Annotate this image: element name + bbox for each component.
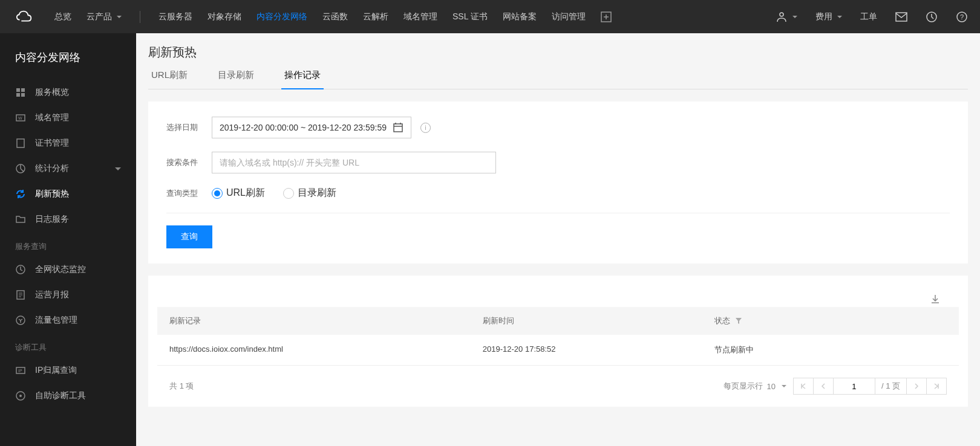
download-bar bbox=[157, 285, 959, 307]
nav-label: 总览 bbox=[54, 11, 71, 22]
cloud-logo-icon bbox=[15, 8, 33, 26]
folder-icon bbox=[15, 214, 26, 225]
radio-icon bbox=[283, 188, 294, 199]
pager-next[interactable] bbox=[906, 378, 927, 395]
results-panel: 刷新记录 刷新时间 状态 https://docs.ioiox.com/inde… bbox=[148, 276, 968, 407]
radio-label: URL刷新 bbox=[226, 187, 265, 199]
form-row-type: 查询类型 URL刷新 目录刷新 bbox=[166, 187, 950, 199]
sidebar-item-report[interactable]: 运营月报 bbox=[0, 282, 136, 308]
svg-rect-6 bbox=[16, 88, 20, 92]
nav-dns[interactable]: 云解析 bbox=[363, 11, 388, 23]
svg-rect-9 bbox=[21, 93, 25, 97]
sidebar-section-diag: 诊断工具 bbox=[0, 333, 136, 358]
tab-url-refresh[interactable]: URL刷新 bbox=[148, 69, 191, 89]
calendar-icon bbox=[393, 122, 403, 133]
sidebar-item-label: 域名管理 bbox=[35, 112, 69, 123]
sidebar-item-label: 运营月报 bbox=[35, 289, 69, 300]
nav-label: 云函数 bbox=[322, 11, 348, 22]
nav-cvm[interactable]: 云服务器 bbox=[158, 11, 192, 23]
date-value: 2019-12-20 00:00:00 ~ 2019-12-20 23:59:5… bbox=[220, 123, 387, 132]
user-menu[interactable] bbox=[776, 11, 797, 23]
caret-down-icon bbox=[782, 385, 786, 387]
td-status: 节点刷新中 bbox=[714, 344, 947, 355]
sidebar-item-self[interactable]: 自助诊断工具 bbox=[0, 383, 136, 409]
ip-icon: IP bbox=[15, 365, 26, 376]
sidebar-item-ip[interactable]: IP IP归属查询 bbox=[0, 358, 136, 383]
nav-label: 域名管理 bbox=[403, 11, 437, 22]
page-size-value: 10 bbox=[766, 382, 775, 391]
svg-point-1 bbox=[780, 13, 783, 16]
tab-log[interactable]: 操作记录 bbox=[281, 69, 324, 89]
page-size-label: 每页显示行 bbox=[724, 381, 763, 392]
mail-link[interactable] bbox=[895, 12, 907, 22]
page-size-selector[interactable]: 每页显示行 10 bbox=[724, 381, 786, 392]
refresh-icon bbox=[15, 189, 26, 199]
top-nav: 总览 云产品 云服务器 对象存储 内容分发网络 云函数 云解析 域名管理 SSL… bbox=[54, 11, 612, 23]
caret-down-icon bbox=[117, 16, 122, 18]
top-right: 费用 工单 ? bbox=[776, 11, 968, 23]
download-icon[interactable] bbox=[930, 294, 941, 307]
fee-menu[interactable]: 费用 bbox=[815, 11, 842, 22]
th-record: 刷新记录 bbox=[169, 315, 483, 326]
sidebar-title: 内容分发网络 bbox=[0, 45, 136, 80]
chevron-down-icon bbox=[115, 167, 121, 170]
nav-label: 网站备案 bbox=[503, 11, 537, 22]
th-status[interactable]: 状态 bbox=[714, 315, 947, 326]
td-record: https://docs.ioiox.com/index.html bbox=[169, 344, 483, 355]
radio-group: URL刷新 目录刷新 bbox=[212, 187, 336, 199]
nav-cdn[interactable]: 内容分发网络 bbox=[256, 11, 307, 23]
mail-icon bbox=[895, 12, 907, 22]
tab-dir-refresh[interactable]: 目录刷新 bbox=[215, 69, 257, 89]
help-link[interactable]: ? bbox=[956, 11, 968, 23]
radio-url-refresh[interactable]: URL刷新 bbox=[212, 187, 265, 199]
sidebar-item-cert[interactable]: 证书管理 bbox=[0, 131, 136, 156]
nav-scf[interactable]: 云函数 bbox=[322, 11, 348, 23]
sidebar-item-label: IP归属查询 bbox=[35, 365, 77, 376]
sidebar-item-monitor[interactable]: 全网状态监控 bbox=[0, 257, 136, 282]
nav-add[interactable] bbox=[601, 11, 612, 23]
date-label: 选择日期 bbox=[166, 122, 212, 133]
grid-icon bbox=[15, 87, 26, 98]
pager-first[interactable] bbox=[793, 378, 814, 395]
history-link[interactable] bbox=[926, 11, 938, 23]
sidebar-item-log[interactable]: 日志服务 bbox=[0, 207, 136, 232]
nav-label: 对象存储 bbox=[207, 11, 241, 22]
table-header: 刷新记录 刷新时间 状态 bbox=[157, 307, 959, 335]
nav-beian[interactable]: 网站备案 bbox=[503, 11, 537, 23]
nav-label: 云服务器 bbox=[158, 11, 192, 22]
nav-cos[interactable]: 对象存储 bbox=[207, 11, 241, 23]
logo[interactable] bbox=[12, 8, 36, 26]
sidebar-item-stats[interactable]: 统计分析 bbox=[0, 156, 136, 181]
radio-dir-refresh[interactable]: 目录刷新 bbox=[283, 187, 336, 199]
sidebar-item-traffic[interactable]: 流量包管理 bbox=[0, 308, 136, 333]
info-icon[interactable]: i bbox=[420, 123, 431, 133]
globe-icon: W bbox=[15, 112, 26, 123]
table-footer: 共 1 项 每页显示行 10 / 1 页 bbox=[157, 366, 959, 395]
pager-prev[interactable] bbox=[813, 378, 834, 395]
cert-icon bbox=[15, 138, 26, 149]
sidebar-item-overview[interactable]: 服务概览 bbox=[0, 80, 136, 105]
ticket-link[interactable]: 工单 bbox=[860, 11, 877, 22]
sidebar-item-domain[interactable]: W 域名管理 bbox=[0, 105, 136, 131]
form-row-search: 搜索条件 bbox=[166, 152, 950, 173]
sidebar-item-refresh[interactable]: 刷新预热 bbox=[0, 181, 136, 207]
page-total: / 1 页 bbox=[875, 378, 907, 395]
top-header: 总览 云产品 云服务器 对象存储 内容分发网络 云函数 云解析 域名管理 SSL… bbox=[0, 0, 980, 33]
nav-overview[interactable]: 总览 bbox=[54, 11, 71, 23]
svg-rect-7 bbox=[21, 88, 25, 92]
th-status-label: 状态 bbox=[714, 315, 730, 326]
nav-domain[interactable]: 域名管理 bbox=[403, 11, 437, 23]
sidebar-item-label: 日志服务 bbox=[35, 214, 69, 225]
query-button[interactable]: 查询 bbox=[166, 225, 212, 248]
nav-ssl[interactable]: SSL 证书 bbox=[452, 11, 488, 23]
nav-products[interactable]: 云产品 bbox=[87, 11, 122, 23]
pager: / 1 页 bbox=[794, 378, 947, 395]
page-input[interactable] bbox=[833, 378, 875, 395]
date-range-input[interactable]: 2019-12-20 00:00:00 ~ 2019-12-20 23:59:5… bbox=[212, 117, 411, 138]
svg-rect-21 bbox=[394, 124, 402, 132]
search-input[interactable] bbox=[212, 152, 496, 173]
nav-label: 访问管理 bbox=[552, 11, 586, 22]
nav-cam[interactable]: 访问管理 bbox=[552, 11, 586, 23]
sidebar-item-label: 流量包管理 bbox=[35, 315, 77, 326]
pager-last[interactable] bbox=[926, 378, 947, 395]
